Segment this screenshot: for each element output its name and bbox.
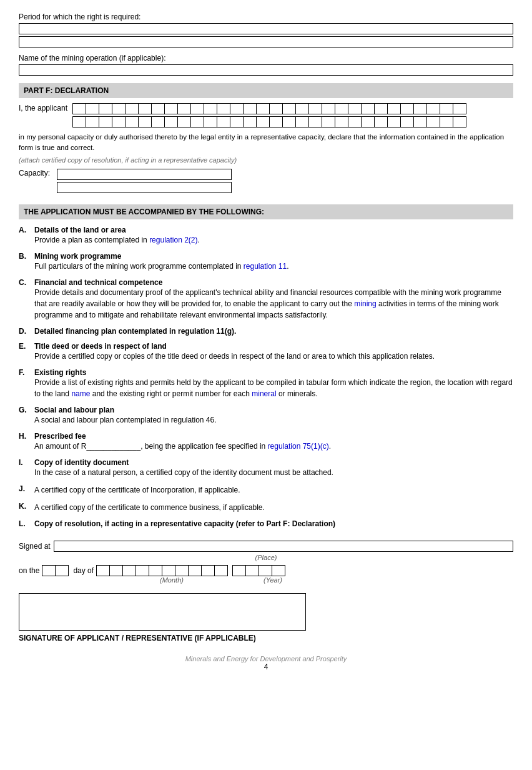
char-cell[interactable] (125, 116, 139, 128)
month-cell-3[interactable] (122, 565, 136, 576)
char-cell[interactable] (112, 116, 126, 128)
char-cell[interactable] (99, 103, 112, 114)
char-cell[interactable] (400, 103, 414, 114)
year-cell-1[interactable] (232, 565, 246, 576)
capacity-input-1[interactable] (57, 169, 232, 180)
char-cell[interactable] (308, 116, 322, 128)
char-cell[interactable] (440, 103, 453, 114)
day-cell-2[interactable] (55, 565, 69, 576)
char-cell[interactable] (413, 116, 427, 128)
char-cell[interactable] (295, 103, 309, 114)
char-cell[interactable] (256, 103, 270, 114)
day-grid[interactable] (42, 565, 68, 576)
char-cell[interactable] (138, 116, 152, 128)
char-cell[interactable] (374, 116, 388, 128)
capacity-label: Capacity: (19, 169, 50, 178)
year-cell-2[interactable] (245, 565, 259, 576)
year-cells-group (232, 565, 285, 576)
item-d: D. Detailed financing plan contemplated … (19, 327, 513, 336)
char-cell[interactable] (269, 116, 283, 128)
char-cell[interactable] (164, 116, 178, 128)
month-cell-9[interactable] (201, 565, 215, 576)
month-grid[interactable] (96, 565, 227, 576)
month-cell-4[interactable] (135, 565, 149, 576)
year-cell-3[interactable] (259, 565, 272, 576)
signature-section: SIGNATURE OF APPLICANT / REPRESENTATIVE … (19, 593, 513, 642)
period-input-1[interactable] (19, 23, 513, 34)
char-cell[interactable] (138, 103, 152, 114)
month-cell-1[interactable] (96, 565, 110, 576)
char-cell[interactable] (348, 103, 362, 114)
char-cell[interactable] (204, 103, 217, 114)
char-cell[interactable] (361, 103, 375, 114)
char-cell[interactable] (361, 116, 375, 128)
period-input-2[interactable] (19, 36, 513, 48)
char-cell[interactable] (453, 116, 466, 128)
char-cell[interactable] (177, 116, 191, 128)
char-cell[interactable] (204, 116, 217, 128)
char-cell[interactable] (269, 103, 283, 114)
item-j-row: J. A certified copy of the certificate o… (19, 484, 513, 496)
footer-text: Minerals and Energy for Development and … (19, 655, 513, 662)
char-cell[interactable] (426, 116, 440, 128)
char-cell[interactable] (190, 103, 204, 114)
applicant-name-row1[interactable] (72, 103, 513, 114)
char-cell[interactable] (348, 116, 362, 128)
signature-box[interactable] (19, 593, 306, 631)
char-cell[interactable] (86, 116, 99, 128)
char-cell[interactable] (440, 116, 453, 128)
applicant-name-row2[interactable] (72, 116, 513, 128)
char-cell[interactable] (453, 103, 466, 114)
day-of-group: day of (73, 565, 227, 576)
char-cell[interactable] (177, 103, 191, 114)
char-cell[interactable] (230, 116, 244, 128)
mining-name-input[interactable] (19, 64, 513, 76)
char-cell[interactable] (72, 103, 86, 114)
char-cell[interactable] (295, 116, 309, 128)
char-cell[interactable] (308, 103, 322, 114)
char-cell[interactable] (164, 103, 178, 114)
item-l-letter: L. (19, 519, 31, 528)
char-cell[interactable] (387, 116, 401, 128)
char-cell[interactable] (151, 103, 165, 114)
item-b-content: Mining work programme Full particulars o… (34, 252, 513, 272)
year-cell-4[interactable] (272, 565, 285, 576)
char-cell[interactable] (400, 116, 414, 128)
char-cell[interactable] (282, 103, 296, 114)
char-cell[interactable] (86, 103, 99, 114)
italic-note: (attach certified copy of resolution, if… (19, 156, 513, 164)
char-cell[interactable] (387, 103, 401, 114)
char-cell[interactable] (426, 103, 440, 114)
day-cell-1[interactable] (42, 565, 56, 576)
month-cell-10[interactable] (214, 565, 228, 576)
char-cell[interactable] (322, 103, 335, 114)
month-cell-7[interactable] (175, 565, 189, 576)
day-cells-group (42, 565, 68, 576)
char-cell[interactable] (125, 103, 139, 114)
char-cell[interactable] (217, 116, 230, 128)
char-cell[interactable] (217, 103, 230, 114)
char-cell[interactable] (335, 103, 348, 114)
char-cell[interactable] (243, 116, 257, 128)
month-cell-5[interactable] (149, 565, 162, 576)
char-cell[interactable] (230, 103, 244, 114)
month-cell-6[interactable] (162, 565, 175, 576)
char-cell[interactable] (243, 103, 257, 114)
char-cell[interactable] (99, 116, 112, 128)
char-cell[interactable] (374, 103, 388, 114)
char-cell[interactable] (322, 116, 335, 128)
capacity-input-2[interactable] (57, 182, 232, 193)
month-cell-2[interactable] (109, 565, 123, 576)
month-cell-8[interactable] (188, 565, 202, 576)
item-c-content: Financial and technical competence Provi… (34, 278, 513, 321)
char-cell[interactable] (335, 116, 348, 128)
char-cell[interactable] (282, 116, 296, 128)
char-cell[interactable] (112, 103, 126, 114)
char-cell[interactable] (190, 116, 204, 128)
char-cell[interactable] (256, 116, 270, 128)
char-cell[interactable] (72, 116, 86, 128)
char-cell[interactable] (151, 116, 165, 128)
char-cell[interactable] (413, 103, 427, 114)
signed-at-input[interactable] (54, 541, 513, 552)
year-grid[interactable] (232, 565, 285, 576)
